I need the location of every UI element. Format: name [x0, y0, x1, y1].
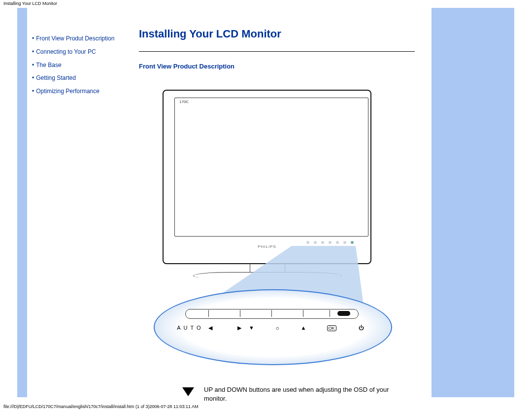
nav-label: Front View Produt Description: [36, 35, 114, 42]
nav-getting-started[interactable]: •Getting Started: [32, 74, 138, 82]
control-labels-row: AUTO ◀ ▶ ▼ ☼ ▲ OK ⏻: [154, 325, 390, 331]
ok-icon: OK: [327, 325, 336, 331]
divider: [139, 51, 415, 52]
power-icon: ⏻: [359, 325, 367, 331]
up-arrow-icon: ▲: [300, 325, 309, 331]
monitor-figure: 170C PHILIPS AUTO: [159, 90, 390, 383]
monitor-model-label: 170C: [179, 100, 189, 104]
button-description-row: UP and DOWN buttons are used when adjust…: [182, 385, 394, 403]
sidebar-nav: •Front View Produt Description •Connecti…: [27, 8, 138, 101]
nav-label: Optimizing Performance: [36, 88, 100, 95]
brightness-icon: ☼: [275, 325, 283, 331]
nav-optimizing[interactable]: •Optimizing Performance: [32, 87, 138, 96]
bezel-buttons: [306, 241, 354, 244]
nav-label: The Base: [36, 62, 61, 68]
nav-connecting-pc[interactable]: •Connecting to Your PC: [32, 48, 138, 56]
page-title: Installing Your LCD Monitor: [139, 28, 505, 40]
monitor-stand-neck: [250, 263, 285, 272]
monitor-stand-base: [193, 272, 342, 279]
sidebar-stripe: [17, 8, 27, 397]
monitor-screen: [174, 98, 368, 237]
monitor-outline: 170C PHILIPS: [163, 90, 371, 264]
controls-bar: AUTO ◀ ▶ ▼ ☼ ▲ OK ⏻: [154, 309, 390, 331]
window-title: Installing Your LCD Monitor: [0, 0, 532, 7]
triangle-down-icon: [182, 387, 194, 396]
nav-front-view[interactable]: •Front View Produt Description: [32, 34, 138, 43]
btn-auto-label: AUTO: [177, 325, 203, 331]
control-plate: [185, 309, 359, 319]
nav-the-base[interactable]: •The Base: [32, 61, 138, 69]
left-arrow-icon: ◀: [208, 325, 215, 331]
button-description-text: UP and DOWN buttons are used when adjust…: [204, 385, 394, 403]
down-arrow-icon: ▼: [249, 325, 257, 331]
monitor-brand-label: PHILIPS: [258, 244, 276, 249]
footer-path: file:///D|/EDFU/LCD/170C7/manual/english…: [3, 404, 199, 409]
main-content: Installing Your LCD Monitor Front View P…: [139, 8, 514, 383]
nav-label: Getting Started: [36, 74, 76, 81]
section-heading: Front View Product Description: [139, 63, 505, 70]
nav-label: Connecting to Your PC: [36, 48, 96, 55]
power-slot: [337, 311, 350, 316]
right-arrow-icon: ▶: [237, 325, 244, 331]
